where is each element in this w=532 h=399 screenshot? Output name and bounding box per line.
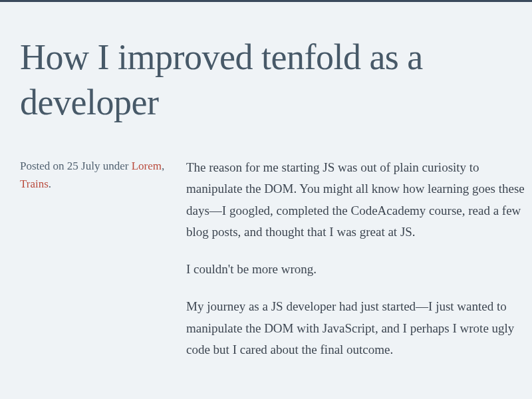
- meta-separator: ,: [162, 160, 164, 172]
- article-container: How I improved tenfold as a developer Po…: [0, 2, 532, 376]
- meta-under: under: [100, 160, 131, 172]
- meta-suffix: .: [49, 178, 51, 190]
- article-body: The reason for me starting JS was out of…: [186, 157, 532, 376]
- article-meta: Posted on 25 July under Lorem, Trains.: [20, 157, 186, 376]
- meta-prefix: Posted on: [20, 160, 67, 172]
- paragraph: My journey as a JS developer had just st…: [186, 296, 532, 360]
- content-row: Posted on 25 July under Lorem, Trains. T…: [20, 157, 532, 376]
- paragraph: The reason for me starting JS was out of…: [186, 157, 532, 243]
- meta-date: 25 July: [67, 160, 100, 172]
- category-link-1[interactable]: Trains: [20, 178, 49, 190]
- paragraph: I couldn't be more wrong.: [186, 259, 532, 280]
- article-title: How I improved tenfold as a developer: [20, 35, 532, 125]
- category-link-0[interactable]: Lorem: [132, 160, 162, 172]
